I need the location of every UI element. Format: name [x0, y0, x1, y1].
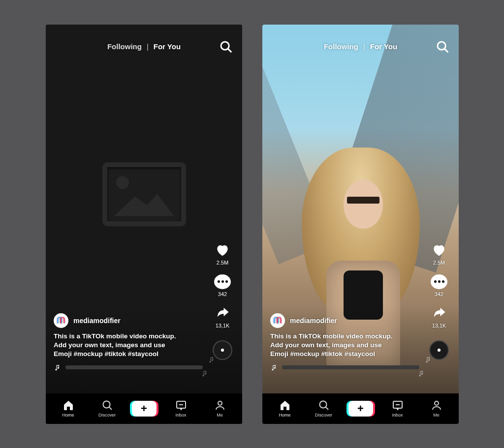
caption-line: This is a TikTOk mobile video mockup.: [270, 332, 419, 341]
comment-icon: [214, 274, 231, 289]
nav-me[interactable]: Me: [206, 399, 234, 418]
nav-inbox-label: Inbox: [175, 413, 186, 418]
comment-button[interactable]: 342: [431, 274, 447, 297]
tab-separator: |: [363, 42, 365, 51]
music-note-icon: [54, 364, 61, 371]
like-button[interactable]: 2.5M: [431, 243, 447, 266]
comment-button[interactable]: 342: [214, 274, 231, 297]
share-icon: [214, 306, 231, 321]
nav-home[interactable]: Home: [54, 399, 83, 418]
nav-inbox[interactable]: Inbox: [167, 399, 195, 418]
username[interactable]: mediamodifier: [73, 317, 121, 325]
like-button[interactable]: 2.5M: [214, 243, 231, 266]
caption-block: ᑎᑎ mediamodifier This is a TikTOk mobile…: [54, 313, 203, 371]
nav-discover-label: Discover: [315, 413, 332, 418]
phone-mockup-photo: Following | For You 2.5M 342 13,1K: [262, 25, 459, 424]
plus-icon: +: [141, 402, 147, 415]
tab-following[interactable]: Following: [107, 42, 142, 51]
share-count: 13,1K: [216, 323, 230, 329]
create-button[interactable]: +: [132, 401, 157, 417]
bottom-nav: Home Discover + Inbox Me: [46, 393, 242, 424]
heart-icon: [431, 243, 447, 258]
caption-text: This is a TikTOk mobile video mockup. Ad…: [54, 332, 203, 359]
music-track-bar: [282, 365, 419, 369]
share-button[interactable]: 13,1K: [214, 306, 231, 329]
share-button[interactable]: 13,1K: [431, 306, 447, 329]
comment-count: 342: [218, 291, 227, 297]
plus-icon: +: [357, 402, 364, 415]
search-icon: [318, 399, 330, 411]
share-icon: [431, 306, 447, 321]
image-placeholder-icon: [102, 162, 186, 226]
nav-me-label: Me: [433, 413, 440, 418]
caption-line: Add your own text, images and use: [54, 341, 203, 350]
search-icon[interactable]: [219, 39, 233, 54]
svg-point-9: [319, 401, 326, 408]
svg-line-3: [109, 407, 112, 410]
inbox-icon: [392, 399, 404, 411]
like-count: 2.5M: [433, 260, 445, 266]
music-track-bar: [65, 365, 203, 369]
music-row[interactable]: [54, 364, 203, 371]
nav-home-label: Home: [279, 413, 290, 418]
caption-line: Add your own text, images and use: [270, 341, 419, 350]
nav-discover[interactable]: Discover: [93, 399, 122, 418]
nav-inbox-label: Inbox: [392, 413, 403, 418]
nav-inbox[interactable]: Inbox: [383, 399, 412, 418]
comment-count: 342: [435, 291, 443, 297]
nav-me[interactable]: Me: [422, 399, 451, 418]
tab-separator: |: [147, 42, 149, 51]
author-row[interactable]: ᑎᑎ mediamodifier: [54, 313, 203, 328]
person-icon: [214, 399, 226, 411]
caption-text: This is a TikTOk mobile video mockup. Ad…: [270, 332, 419, 359]
search-icon[interactable]: [435, 39, 450, 54]
tab-for-you[interactable]: For You: [154, 42, 181, 51]
tab-for-you[interactable]: For You: [370, 42, 397, 51]
phone-mockup-placeholder: Following | For You 2.5M 342 13,1K: [46, 25, 242, 424]
music-row[interactable]: [270, 364, 419, 371]
bottom-nav: Home Discover + Inbox Me: [262, 393, 459, 424]
nav-home[interactable]: Home: [271, 399, 299, 418]
music-note-icon: [270, 364, 277, 371]
svg-point-7: [438, 42, 445, 50]
username[interactable]: mediamodifier: [290, 317, 337, 325]
svg-point-2: [103, 401, 110, 408]
svg-line-1: [228, 49, 231, 52]
nav-me-label: Me: [217, 413, 223, 418]
caption-line: Emoji #mockup #tiktok #staycool: [270, 350, 419, 358]
home-icon: [279, 399, 291, 411]
share-count: 13,1K: [432, 323, 446, 329]
action-rail: 2.5M 342 13,1K: [208, 243, 237, 360]
svg-point-13: [435, 401, 439, 405]
nav-discover[interactable]: Discover: [310, 399, 338, 418]
heart-icon: [214, 243, 231, 258]
caption-line: Emoji #mockup #tiktok #staycool: [54, 350, 203, 358]
svg-point-6: [218, 401, 222, 405]
inbox-icon: [175, 399, 187, 411]
comment-icon: [431, 274, 447, 289]
caption-line: This is a TikTOk mobile video mockup.: [54, 332, 203, 341]
nav-discover-label: Discover: [98, 413, 116, 418]
svg-point-0: [221, 42, 229, 50]
home-icon: [63, 399, 74, 411]
music-disc[interactable]: [213, 340, 232, 360]
tab-following[interactable]: Following: [324, 42, 358, 51]
music-disc[interactable]: [429, 340, 449, 360]
search-icon: [101, 399, 113, 411]
create-button[interactable]: +: [348, 401, 373, 417]
nav-home-label: Home: [62, 413, 74, 418]
avatar[interactable]: ᑎᑎ: [270, 313, 285, 328]
caption-block: ᑎᑎ mediamodifier This is a TikTOk mobile…: [270, 313, 419, 371]
avatar[interactable]: ᑎᑎ: [54, 313, 68, 328]
svg-line-10: [326, 407, 328, 410]
author-row[interactable]: ᑎᑎ mediamodifier: [270, 313, 419, 328]
svg-line-8: [444, 49, 448, 52]
like-count: 2.5M: [217, 260, 228, 266]
person-icon: [431, 399, 442, 411]
action-rail: 2.5M 342 13,1K: [424, 243, 454, 360]
